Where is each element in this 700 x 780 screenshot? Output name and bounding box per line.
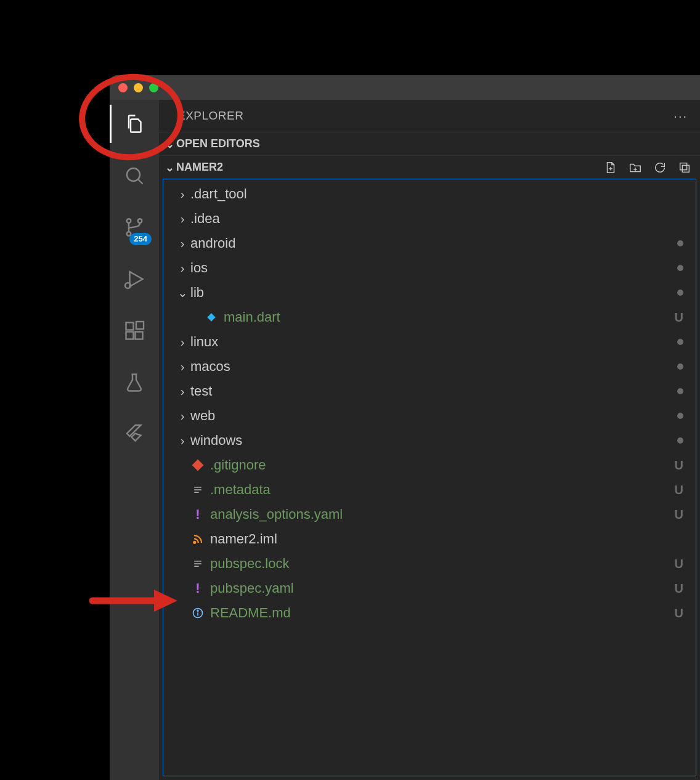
svg-rect-18 bbox=[192, 460, 204, 471]
folder-row[interactable]: ›.dart_tool bbox=[163, 182, 696, 206]
minimize-window-button[interactable] bbox=[134, 83, 143, 92]
explorer-sidebar: EXPLORER ··· ⌄ OPEN EDITORS ⌄ NAMER2 bbox=[159, 100, 700, 780]
chevron-down-icon: ⌄ bbox=[174, 285, 190, 300]
chevron-right-icon: › bbox=[174, 360, 190, 374]
file-row[interactable]: main.dartU bbox=[163, 305, 696, 330]
folder-label: .idea bbox=[190, 211, 683, 227]
collapse-all-icon[interactable] bbox=[678, 161, 691, 174]
git-modified-indicator bbox=[677, 413, 683, 419]
folder-label: windows bbox=[190, 433, 677, 449]
sidebar-title: EXPLORER bbox=[177, 109, 243, 123]
folder-label: macos bbox=[190, 359, 677, 375]
git-untracked-indicator: U bbox=[675, 557, 683, 571]
git-untracked-indicator: U bbox=[675, 483, 683, 497]
git-modified-indicator bbox=[677, 240, 683, 246]
chevron-right-icon: › bbox=[174, 335, 190, 349]
sidebar-more-button[interactable]: ··· bbox=[674, 109, 688, 123]
file-row[interactable]: namer2.iml bbox=[163, 527, 696, 551]
svg-point-3 bbox=[138, 219, 142, 223]
file-row[interactable]: !pubspec.yamlU bbox=[163, 576, 696, 601]
file-row[interactable]: .metadataU bbox=[163, 477, 696, 502]
file-row[interactable]: !analysis_options.yamlU bbox=[163, 502, 696, 527]
git-modified-indicator bbox=[677, 437, 683, 444]
file-row[interactable]: README.mdU bbox=[163, 601, 696, 625]
new-file-icon[interactable] bbox=[604, 161, 617, 174]
file-label: analysis_options.yaml bbox=[210, 506, 675, 522]
project-section-header[interactable]: ⌄ NAMER2 bbox=[159, 155, 700, 179]
folder-row[interactable]: ›ios bbox=[163, 256, 696, 280]
svg-rect-7 bbox=[126, 323, 134, 330]
new-folder-icon[interactable] bbox=[629, 161, 642, 174]
git-modified-indicator bbox=[677, 290, 683, 296]
activity-bar: 254 bbox=[110, 100, 159, 780]
activity-flutter[interactable] bbox=[110, 419, 159, 450]
chevron-right-icon: › bbox=[174, 384, 190, 399]
folder-row[interactable]: ›linux bbox=[163, 330, 696, 354]
svg-point-0 bbox=[127, 168, 140, 181]
lines-icon bbox=[190, 556, 205, 571]
svg-point-2 bbox=[127, 219, 131, 223]
svg-rect-16 bbox=[682, 165, 689, 172]
file-row[interactable]: .gitignoreU bbox=[163, 453, 696, 477]
activity-run-debug[interactable] bbox=[110, 264, 159, 295]
chevron-down-icon: ⌄ bbox=[163, 137, 176, 151]
folder-label: android bbox=[190, 235, 677, 251]
refresh-icon[interactable] bbox=[653, 161, 667, 174]
folder-row[interactable]: ›android bbox=[163, 231, 696, 256]
file-label: pubspec.yaml bbox=[210, 580, 675, 596]
activity-source-control[interactable]: 254 bbox=[110, 212, 159, 243]
git-untracked-indicator: U bbox=[675, 508, 683, 522]
maximize-window-button[interactable] bbox=[149, 83, 158, 92]
file-label: README.md bbox=[210, 605, 675, 621]
activity-search[interactable] bbox=[110, 160, 159, 191]
activity-testing[interactable] bbox=[110, 367, 159, 398]
chevron-right-icon: › bbox=[174, 237, 190, 251]
folder-label: lib bbox=[190, 285, 677, 301]
search-icon bbox=[123, 165, 145, 187]
git-untracked-indicator: U bbox=[675, 582, 683, 596]
extensions-icon bbox=[123, 320, 145, 342]
close-window-button[interactable] bbox=[118, 83, 128, 92]
svg-marker-17 bbox=[207, 313, 215, 321]
svg-rect-15 bbox=[680, 163, 687, 169]
folder-row[interactable]: ›.idea bbox=[163, 206, 696, 231]
files-icon bbox=[123, 113, 145, 135]
git-untracked-indicator: U bbox=[675, 458, 683, 473]
file-tree: ›.dart_tool›.idea›android›ios⌄libmain.da… bbox=[163, 179, 696, 776]
git-modified-indicator bbox=[677, 364, 683, 370]
folder-label: ios bbox=[190, 260, 677, 276]
window-body: 254 bbox=[110, 100, 700, 780]
folder-row[interactable]: ›windows bbox=[163, 428, 696, 453]
activity-extensions[interactable] bbox=[110, 315, 159, 346]
chevron-down-icon: ⌄ bbox=[163, 161, 176, 174]
folder-label: test bbox=[190, 383, 677, 399]
project-actions bbox=[604, 161, 691, 174]
folder-row[interactable]: ›web bbox=[163, 404, 696, 428]
open-editors-section[interactable]: ⌄ OPEN EDITORS bbox=[159, 132, 700, 155]
project-name: NAMER2 bbox=[176, 161, 223, 174]
folder-label: linux bbox=[190, 334, 677, 350]
svg-rect-8 bbox=[126, 332, 134, 339]
folder-row[interactable]: ›test bbox=[163, 379, 696, 404]
git-modified-indicator bbox=[677, 339, 683, 345]
folder-row[interactable]: ›macos bbox=[163, 354, 696, 379]
titlebar bbox=[110, 75, 700, 100]
file-label: main.dart bbox=[224, 309, 675, 325]
chevron-right-icon: › bbox=[174, 187, 190, 201]
svg-point-28 bbox=[197, 610, 198, 611]
git-untracked-indicator: U bbox=[675, 606, 683, 620]
bang-icon: ! bbox=[190, 507, 205, 522]
folder-label: .dart_tool bbox=[190, 186, 683, 202]
chevron-right-icon: › bbox=[174, 261, 190, 275]
open-editors-label: OPEN EDITORS bbox=[176, 137, 260, 150]
file-row[interactable]: pubspec.lockU bbox=[163, 551, 696, 576]
git-icon bbox=[190, 458, 205, 473]
folder-row[interactable]: ⌄lib bbox=[163, 280, 696, 305]
rss-icon bbox=[190, 532, 205, 546]
activity-explorer[interactable] bbox=[110, 108, 159, 139]
chevron-right-icon: › bbox=[174, 212, 190, 226]
file-label: .metadata bbox=[210, 482, 675, 498]
bang-icon: ! bbox=[190, 581, 205, 596]
info-icon bbox=[190, 606, 205, 620]
chevron-right-icon: › bbox=[174, 409, 190, 423]
